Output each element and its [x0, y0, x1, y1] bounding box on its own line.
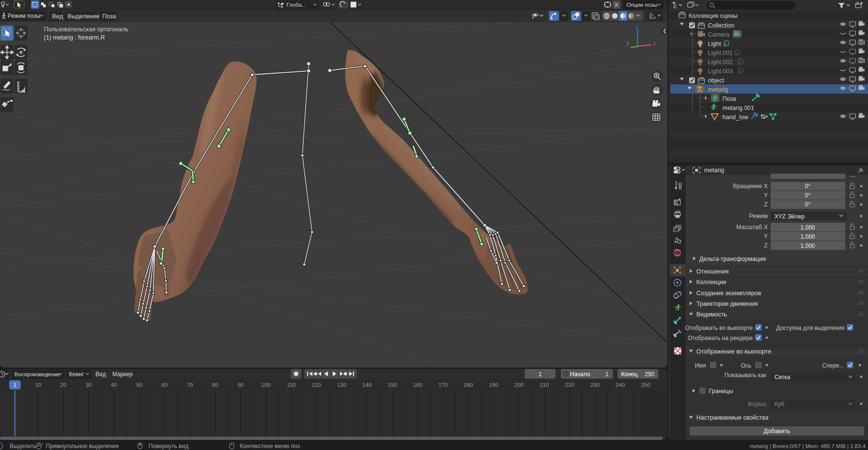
svg-text:1: 1 — [539, 371, 542, 378]
svg-text:metarig.001: metarig.001 — [722, 105, 754, 111]
svg-text:Camera: Camera — [708, 31, 730, 38]
svg-text:140: 140 — [363, 382, 372, 388]
svg-text:Видимость: Видимость — [696, 311, 727, 318]
svg-text:40: 40 — [111, 382, 117, 388]
svg-text:1.000: 1.000 — [800, 233, 815, 240]
svg-text:Доступна для выделения: Доступна для выделения — [776, 325, 844, 331]
svg-text:120: 120 — [312, 382, 321, 388]
svg-text:250: 250 — [645, 371, 654, 378]
svg-text:0°: 0° — [805, 201, 811, 208]
svg-text:50: 50 — [136, 382, 142, 388]
svg-text:Спере...: Спере... — [822, 362, 844, 369]
svg-text:Прямоугольное выделение: Прямоугольное выделение — [46, 443, 119, 450]
svg-text:130: 130 — [337, 382, 346, 388]
svg-text:220: 220 — [565, 382, 574, 388]
svg-text:1: 1 — [605, 371, 609, 378]
svg-text:250: 250 — [641, 382, 650, 388]
svg-text:Добавить: Добавить — [763, 428, 790, 435]
svg-text:70: 70 — [187, 382, 193, 388]
svg-text:240: 240 — [616, 382, 625, 388]
svg-text:Z: Z — [764, 201, 768, 208]
svg-text:hand_low: hand_low — [722, 114, 748, 121]
svg-text:Z: Z — [764, 242, 768, 249]
svg-text:20: 20 — [60, 382, 67, 388]
svg-text:30: 30 — [85, 382, 92, 388]
svg-text:Отображать во вьюпорте: Отображать во вьюпорте — [685, 325, 753, 331]
svg-text:Отношения: Отношения — [696, 268, 729, 275]
svg-text:Глоба...: Глоба... — [286, 2, 306, 8]
svg-text:1.000: 1.000 — [800, 224, 815, 231]
svg-text:Вращение X: Вращение X — [733, 183, 768, 190]
svg-text:X: X — [615, 2, 619, 8]
svg-text:Создание экземпляров: Создание экземпляров — [696, 290, 761, 297]
svg-text:Имя: Имя — [695, 362, 706, 369]
svg-text:150: 150 — [388, 382, 397, 388]
svg-text:200: 200 — [515, 382, 524, 388]
svg-text:Сетка: Сетка — [774, 374, 790, 381]
svg-text:Отображение во вьюпорте: Отображение во вьюпорте — [696, 348, 771, 355]
svg-text:Дельта-трансформация: Дельта-трансформация — [699, 256, 766, 262]
svg-text:230: 230 — [590, 382, 599, 388]
svg-text:0°: 0° — [805, 192, 811, 199]
svg-text:y: y — [627, 40, 630, 45]
svg-text:metarig | Bones:0/57 | Mem: 4: metarig | Bones:0/57 | Mem: 485.7 MiB | … — [750, 443, 866, 449]
svg-text:Повернуть вид: Повернуть вид — [149, 443, 189, 450]
svg-text:Коллекции: Коллекции — [696, 279, 726, 286]
svg-text:Ось: Ось — [741, 362, 751, 369]
svg-text:Выделение: Выделение — [68, 13, 99, 20]
svg-text:Режим: Режим — [749, 213, 768, 219]
svg-text:Поза: Поза — [722, 95, 736, 102]
svg-text:Y: Y — [764, 192, 768, 199]
svg-text:160: 160 — [413, 382, 422, 388]
svg-text:110: 110 — [287, 382, 296, 388]
svg-text:x: x — [653, 41, 656, 46]
svg-text:z: z — [636, 24, 638, 30]
svg-text:XYZ Эйлер: XYZ Эйлер — [774, 213, 805, 220]
svg-text:Коллекция сцены: Коллекция сцены — [689, 13, 737, 19]
svg-text:object: object — [708, 77, 724, 84]
svg-text:metarig: metarig — [708, 86, 728, 93]
svg-text:60: 60 — [162, 382, 168, 388]
svg-text:Начало: Начало — [570, 371, 590, 378]
svg-text:Конец: Конец — [621, 371, 637, 378]
svg-text:0°: 0° — [805, 183, 811, 190]
svg-text:Y: Y — [764, 233, 768, 240]
svg-text:Масштаб X: Масштаб X — [736, 224, 768, 231]
svg-text:Вид: Вид — [95, 371, 106, 378]
svg-text:1.000: 1.000 — [800, 243, 815, 249]
svg-text:metarig: metarig — [704, 167, 724, 174]
svg-text:190: 190 — [489, 382, 498, 388]
svg-text:Выделить: Выделить — [10, 443, 36, 450]
svg-text:Отображать на рендере: Отображать на рендере — [688, 335, 753, 341]
svg-text:180: 180 — [464, 382, 473, 388]
svg-text:Настраиваемые свойства: Настраиваемые свойства — [696, 414, 768, 421]
svg-text:Light.002: Light.002 — [708, 59, 732, 66]
svg-text:Показывать как: Показывать как — [724, 372, 766, 379]
svg-text:10: 10 — [35, 382, 41, 388]
svg-text:80: 80 — [212, 382, 218, 388]
svg-text:Траектории движения: Траектории движения — [696, 300, 758, 307]
svg-text:Light: Light — [708, 41, 721, 47]
svg-text:Режим позы: Режим позы — [8, 13, 41, 19]
svg-text:Опции позы: Опции позы — [626, 2, 657, 8]
svg-text:Кеинг: Кеинг — [69, 371, 84, 378]
svg-text:1: 1 — [14, 382, 16, 388]
svg-text:Форма: Форма — [747, 401, 766, 408]
svg-text:Воспроизведение: Воспроизведение — [14, 371, 60, 377]
svg-text:Вид: Вид — [52, 13, 63, 20]
svg-text:Контекстное меню поз: Контекстное меню поз — [240, 443, 300, 450]
svg-text:Границы: Границы — [709, 388, 733, 395]
svg-text:210: 210 — [540, 382, 549, 388]
svg-text:Поза: Поза — [102, 13, 116, 20]
svg-text:Collection: Collection — [708, 22, 734, 29]
svg-text:Light.001: Light.001 — [708, 50, 732, 56]
svg-text:Light.003: Light.003 — [708, 68, 732, 75]
svg-text:Куб: Куб — [774, 401, 784, 408]
svg-text:170: 170 — [438, 382, 448, 388]
svg-text:100: 100 — [261, 382, 271, 388]
svg-text:90: 90 — [237, 382, 244, 388]
svg-text:Маркер: Маркер — [112, 371, 133, 378]
